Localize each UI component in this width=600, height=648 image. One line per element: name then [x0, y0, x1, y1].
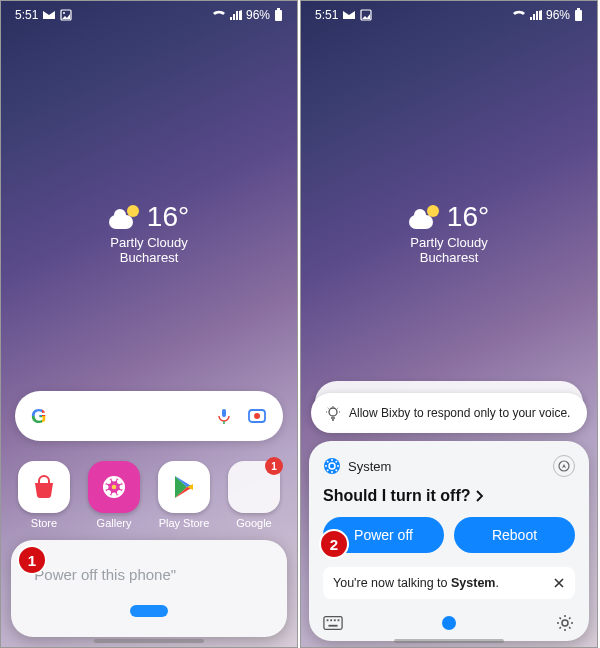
status-time: 5:51	[15, 8, 38, 22]
app-row: Store Gallery Play Store 1 Google	[1, 461, 297, 529]
svg-point-6	[254, 413, 260, 419]
weather-widget[interactable]: 16° Partly Cloudy Bucharest	[301, 201, 597, 265]
lightbulb-icon	[325, 405, 341, 421]
bixby-listening-dot[interactable]	[442, 616, 456, 630]
system-label: System	[348, 459, 391, 474]
weather-temp: 16°	[447, 201, 489, 233]
home-indicator[interactable]	[94, 639, 204, 643]
svg-rect-3	[277, 8, 280, 10]
home-indicator[interactable]	[394, 639, 504, 643]
app-google-folder[interactable]: 1 Google	[223, 461, 285, 529]
svg-point-8	[112, 477, 117, 482]
lens-icon[interactable]	[247, 406, 267, 426]
phone-screen-left: 5:51 96% 16° Partly Cloudy	[0, 0, 298, 648]
bixby-response-title[interactable]: Should I turn it off?	[323, 487, 575, 505]
annotation-step-1: 1	[17, 545, 47, 575]
bixby-listening-indicator[interactable]	[130, 605, 168, 617]
bixby-response-panel: System Should I turn it off? Power off R…	[309, 441, 589, 641]
svg-point-1	[63, 12, 65, 14]
svg-rect-31	[328, 625, 337, 627]
close-icon[interactable]	[553, 577, 565, 589]
signal-icon	[230, 10, 242, 20]
svg-rect-26	[324, 617, 342, 630]
gmail-icon	[342, 10, 356, 20]
status-battery-pct: 96%	[546, 8, 570, 22]
status-time: 5:51	[315, 8, 338, 22]
weather-condition: Partly Cloudy	[410, 235, 487, 250]
status-bar: 5:51 96%	[301, 1, 597, 29]
app-playstore[interactable]: Play Store	[153, 461, 215, 529]
weather-temp: 16°	[147, 201, 189, 233]
weather-icon	[109, 205, 139, 229]
svg-point-11	[120, 485, 125, 490]
app-playstore-label: Play Store	[159, 517, 210, 529]
weather-city: Bucharest	[420, 250, 479, 265]
bixby-voice-sheet: "Power off this phone"	[11, 540, 287, 637]
svg-point-14	[106, 490, 111, 495]
app-store-label: Store	[31, 517, 57, 529]
badge-count: 1	[265, 457, 283, 475]
bixby-transcript: "Power off this phone"	[29, 566, 269, 583]
google-search-bar[interactable]: G	[15, 391, 283, 441]
settings-icon[interactable]	[555, 613, 575, 633]
system-settings-icon	[323, 457, 341, 475]
app-store[interactable]: Store	[13, 461, 75, 529]
chevron-right-icon	[475, 490, 484, 502]
wifi-call-icon	[212, 10, 226, 20]
svg-point-10	[104, 485, 109, 490]
weather-icon	[409, 205, 439, 229]
google-g-icon: G	[31, 405, 53, 427]
talking-to-text: You're now talking to System.	[333, 576, 499, 590]
explore-icon[interactable]	[553, 455, 575, 477]
svg-rect-19	[577, 8, 580, 10]
weather-widget[interactable]: 16° Partly Cloudy Bucharest	[1, 201, 297, 265]
svg-rect-30	[338, 619, 340, 621]
svg-point-16	[112, 485, 117, 490]
weather-city: Bucharest	[120, 250, 179, 265]
status-bar: 5:51 96%	[1, 1, 297, 29]
image-icon	[60, 9, 72, 21]
weather-condition: Partly Cloudy	[110, 235, 187, 250]
app-gallery-label: Gallery	[97, 517, 132, 529]
wifi-call-icon	[512, 10, 526, 20]
svg-point-32	[562, 620, 568, 626]
mic-icon[interactable]	[215, 407, 233, 425]
image-icon	[360, 9, 372, 21]
battery-icon	[574, 8, 583, 22]
svg-point-15	[117, 490, 122, 495]
bixby-tip-text: Allow Bixby to respond only to your voic…	[349, 406, 570, 420]
svg-point-12	[106, 479, 111, 484]
talking-to-row: You're now talking to System.	[323, 567, 575, 599]
bixby-tip-bar[interactable]: Allow Bixby to respond only to your voic…	[311, 393, 587, 433]
status-battery-pct: 96%	[246, 8, 270, 22]
app-gallery[interactable]: Gallery	[83, 461, 145, 529]
gmail-icon	[42, 10, 56, 20]
svg-rect-4	[222, 409, 226, 417]
reboot-button[interactable]: Reboot	[454, 517, 575, 553]
signal-icon	[530, 10, 542, 20]
phone-screen-right: 5:51 96% 16° Partly Cloudy Bucharest G A…	[300, 0, 598, 648]
battery-icon	[274, 8, 283, 22]
svg-point-13	[117, 479, 122, 484]
keyboard-icon[interactable]	[323, 613, 343, 633]
svg-point-22	[329, 408, 337, 416]
svg-rect-29	[334, 619, 336, 621]
svg-rect-18	[575, 10, 582, 21]
svg-rect-27	[327, 619, 329, 621]
annotation-step-2: 2	[319, 529, 349, 559]
svg-rect-28	[330, 619, 332, 621]
svg-point-9	[112, 493, 117, 498]
app-google-label: Google	[236, 517, 271, 529]
svg-rect-2	[275, 10, 282, 21]
